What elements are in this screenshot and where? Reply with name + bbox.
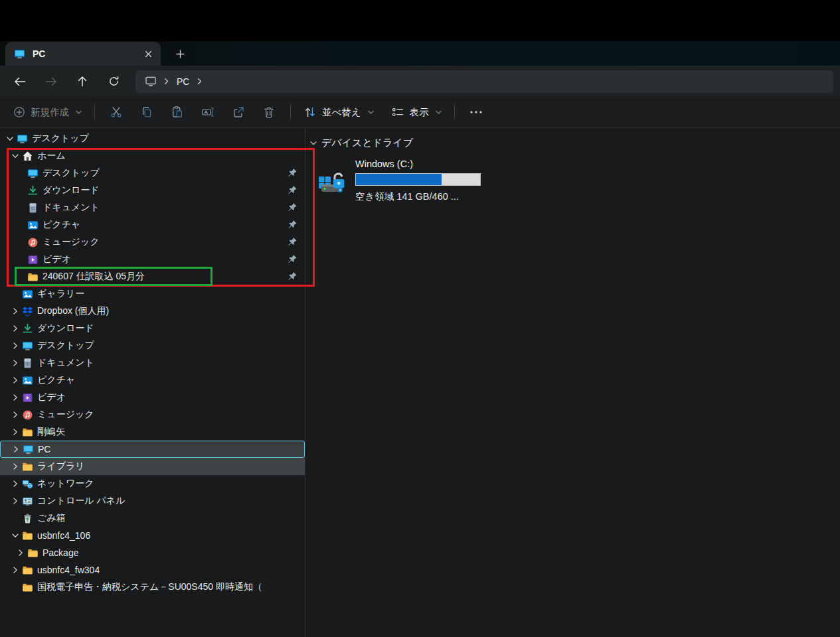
pin-icon [287, 202, 297, 213]
sidebar-item[interactable]: 国税電子申告・納税システム－SU00S450 即時通知（ [0, 579, 305, 596]
chevron-right-icon[interactable] [9, 497, 21, 505]
chevron-right-icon[interactable] [10, 445, 22, 453]
monitor-icon [27, 168, 39, 179]
sidebar-item[interactable]: 240607 仕訳取込 05月分 [0, 268, 305, 285]
sidebar-item[interactable]: ごみ箱 [0, 510, 305, 527]
sidebar-item[interactable]: ピクチャ [0, 216, 305, 234]
picture-icon [27, 220, 39, 231]
sidebar-item-label: ギャラリー [37, 288, 84, 300]
sidebar-item-label: ビデオ [42, 253, 71, 265]
chevron-right-icon[interactable] [9, 480, 21, 488]
devices-drives-group-header[interactable]: デバイスとドライブ [305, 128, 840, 149]
sidebar-item-label: デスクトップ [32, 133, 89, 145]
network-icon [21, 478, 33, 490]
chevron-right-icon[interactable] [9, 428, 21, 436]
new-item-button[interactable]: 新規作成 [7, 100, 88, 124]
sidebar-item[interactable]: PC [0, 441, 305, 458]
drive-tile-windows-c[interactable]: Windows (C:) 空き領域 141 GB/460 ... [317, 159, 523, 203]
folder-icon [21, 565, 33, 576]
back-button[interactable] [8, 71, 32, 92]
sidebar-item[interactable]: デスクトップ [0, 130, 305, 147]
chevron-down-icon[interactable] [9, 153, 21, 159]
sidebar-item[interactable]: 剛嶋矢 [0, 423, 305, 441]
devices-drives-label: デバイスとドライブ [321, 137, 413, 149]
sidebar-item-label: ネットワーク [37, 478, 94, 490]
sidebar-item[interactable]: ピクチャ [0, 372, 305, 389]
sidebar-item[interactable]: usbnfc4_106 [0, 527, 305, 544]
share-button[interactable] [223, 100, 254, 124]
sidebar-item[interactable]: ビデオ [0, 389, 305, 406]
paste-button[interactable] [162, 100, 193, 124]
video-icon [27, 254, 39, 265]
sidebar-item[interactable]: ライブラリ [0, 458, 305, 475]
plus-circle-icon [13, 106, 25, 118]
cut-button[interactable] [101, 100, 131, 124]
sidebar-item[interactable]: ダウンロード [0, 182, 305, 199]
sidebar-item[interactable]: Dropbox (個人用) [0, 303, 305, 320]
refresh-button[interactable] [102, 71, 126, 92]
sidebar-item[interactable]: デスクトップ [0, 165, 305, 182]
picture-icon [21, 375, 33, 386]
chevron-right-icon [195, 78, 204, 85]
chevron-right-icon[interactable] [9, 342, 21, 350]
more-options-button[interactable] [461, 100, 491, 124]
sidebar-item[interactable]: ホーム [0, 147, 305, 165]
new-tab-button[interactable] [170, 44, 190, 63]
plus-icon [176, 50, 185, 58]
sidebar-item[interactable]: ビデオ [0, 251, 305, 268]
sidebar-item-label: Package [42, 547, 78, 558]
monitor-icon [21, 340, 33, 352]
sidebar-item-label: デスクトップ [42, 167, 100, 179]
chevron-right-icon[interactable] [9, 324, 21, 332]
sidebar-item[interactable]: ミュージック [0, 406, 305, 423]
breadcrumb-item-pc[interactable]: PC [171, 76, 195, 87]
breadcrumb-root[interactable] [139, 72, 162, 91]
chevron-right-icon[interactable] [9, 462, 21, 470]
folder-icon [21, 461, 33, 472]
delete-button[interactable] [254, 100, 284, 124]
sidebar-item[interactable]: ドキュメント [0, 199, 305, 216]
content-area: デスクトップホームデスクトップダウンロードドキュメントピクチャミュージックビデオ… [0, 128, 840, 637]
sidebar-item[interactable]: Package [0, 544, 305, 561]
forward-button[interactable] [39, 71, 63, 92]
sidebar-item-label: PC [38, 444, 50, 455]
more-icon [469, 110, 483, 114]
chevron-right-icon[interactable] [9, 393, 21, 401]
tab-pc[interactable]: PC [5, 42, 161, 66]
rename-button[interactable] [193, 100, 223, 124]
sidebar-item-label: コントロール パネル [37, 495, 126, 507]
dropbox-icon [21, 306, 33, 317]
monitor-icon [16, 133, 28, 145]
sidebar-item[interactable]: usbnfc4_fw304 [0, 561, 305, 579]
sidebar-item-label: Dropbox (個人用) [37, 305, 109, 317]
chevron-right-icon[interactable] [9, 307, 21, 315]
chevron-right-icon[interactable] [9, 411, 21, 419]
chevron-right-icon[interactable] [9, 359, 21, 367]
close-tab-icon[interactable] [139, 46, 157, 62]
toolbar-divider [454, 104, 455, 120]
sidebar-item[interactable]: デスクトップ [0, 337, 305, 354]
pin-icon [287, 254, 297, 265]
sort-button[interactable]: 並べ替え [297, 100, 380, 124]
video-icon [21, 392, 33, 403]
chevron-down-icon[interactable] [4, 135, 16, 142]
sidebar-item-label: 国税電子申告・納税システム－SU00S450 即時通知（ [37, 581, 262, 593]
sidebar-item[interactable]: ミュージック [0, 234, 305, 251]
sidebar-item[interactable]: ドキュメント [0, 354, 305, 372]
chevron-right-icon[interactable] [9, 376, 21, 384]
sidebar-item[interactable]: ギャラリー [0, 285, 305, 303]
chevron-down-icon[interactable] [9, 532, 21, 539]
chevron-right-icon[interactable] [15, 549, 27, 557]
document-icon [27, 202, 39, 214]
sidebar-item[interactable]: ダウンロード [0, 320, 305, 337]
chevron-right-icon[interactable] [9, 566, 21, 574]
view-button[interactable]: 表示 [384, 100, 448, 124]
copy-button[interactable] [131, 100, 162, 124]
monitor-outline-icon [145, 76, 157, 87]
address-bar[interactable]: PC [135, 70, 833, 93]
folder-icon [21, 582, 33, 593]
sidebar-item[interactable]: コントロール パネル [0, 492, 305, 510]
sidebar-item[interactable]: ネットワーク [0, 475, 305, 492]
drive-free-space: 空き領域 141 GB/460 ... [355, 190, 481, 203]
up-button[interactable] [70, 71, 94, 92]
